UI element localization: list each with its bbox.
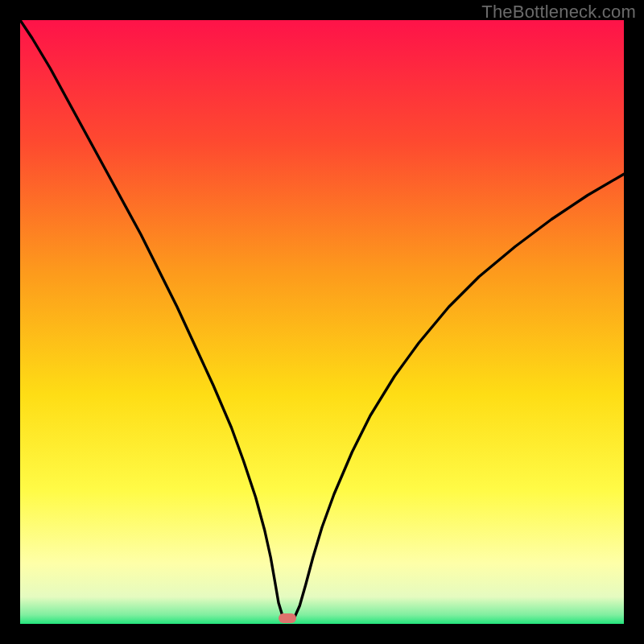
watermark-text: TheBottleneck.com: [481, 2, 636, 23]
plot-area: [20, 20, 624, 624]
bottleneck-curve: [20, 20, 624, 624]
optimum-marker: [279, 613, 296, 623]
chart-frame: TheBottleneck.com: [0, 0, 644, 644]
